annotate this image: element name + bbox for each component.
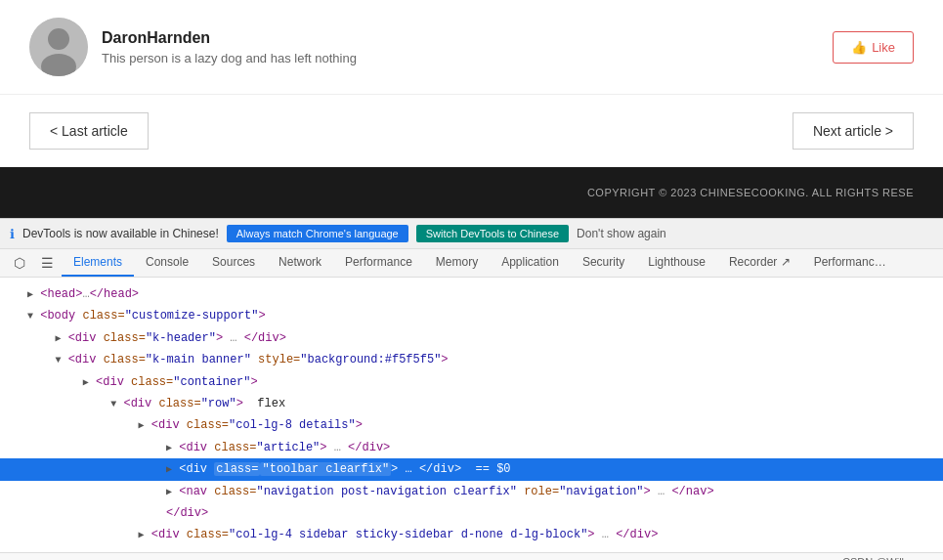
triangle-icon[interactable]: ▶ [166, 443, 172, 453]
dom-line: ▶ <div class="col-lg-4 sidebar sticky-si… [0, 524, 943, 545]
tab-performance2[interactable]: Performanc… [802, 249, 898, 277]
cursor-icon[interactable]: ⬡ [6, 251, 33, 275]
copyright-text: COPYRIGHT © 2023 CHINESECOOKING. ALL RIG… [587, 187, 914, 198]
tab-recorder[interactable]: Recorder ↗ [717, 249, 802, 277]
avatar [29, 18, 88, 76]
footer-watermark: CSDN @Wilburzzz [842, 556, 933, 560]
author-info: DaronHarnden This person is a lazy dog a… [102, 29, 833, 65]
dom-line: ▶ <head>…</head> [0, 283, 943, 305]
tab-performance[interactable]: Performance [333, 249, 424, 277]
dom-line: ▶ <div class="container"> [0, 371, 943, 393]
tab-lighthouse[interactable]: Lighthouse [636, 249, 717, 277]
always-match-language-button[interactable]: Always match Chrome's language [227, 225, 408, 242]
triangle-icon[interactable]: ▼ [27, 311, 33, 322]
thumbs-up-icon: 👍 [851, 40, 867, 55]
tab-network[interactable]: Network [267, 249, 333, 277]
dom-line: ▼ <div class="row"> flex [0, 393, 943, 414]
page-content: DaronHarnden This person is a lazy dog a… [0, 0, 943, 218]
triangle-icon[interactable]: ▶ [27, 289, 33, 300]
device-icon[interactable]: ☰ [33, 251, 62, 275]
dom-line: ▼ <div class="k-main banner" style="back… [0, 349, 943, 370]
triangle-icon[interactable]: ▶ [166, 464, 172, 475]
devtools-banner: ℹ DevTools is now available in Chinese! … [0, 219, 943, 249]
devtools-panel: ℹ DevTools is now available in Chinese! … [0, 218, 943, 560]
dom-line: ▶ <div class="col-lg-8 details"> [0, 414, 943, 436]
tab-security[interactable]: Security [571, 249, 636, 277]
dom-line: ▶ <nav class="navigation post-navigation… [0, 481, 943, 502]
triangle-icon[interactable]: ▶ [139, 420, 145, 431]
site-footer: COPYRIGHT © 2023 CHINESECOOKING. ALL RIG… [0, 167, 943, 218]
triangle-icon[interactable]: ▶ [83, 377, 89, 388]
switch-to-chinese-button[interactable]: Switch DevTools to Chinese [416, 225, 569, 242]
dont-show-again[interactable]: Don't show again [577, 227, 666, 240]
like-label: Like [872, 40, 895, 55]
dom-line: ▼ <body class="customize-support"> [0, 305, 943, 326]
banner-info-text: DevTools is now available in Chinese! [22, 227, 219, 240]
triangle-icon[interactable]: ▼ [110, 399, 116, 409]
author-section: DaronHarnden This person is a lazy dog a… [0, 0, 943, 95]
dom-line-highlighted[interactable]: ▶ <div class="toolbar clearfix"> … </div… [0, 458, 943, 480]
svg-point-1 [48, 28, 69, 50]
author-name: DaronHarnden [102, 29, 833, 47]
tab-memory[interactable]: Memory [424, 249, 490, 277]
nav-buttons: < Last article Next article > [0, 95, 943, 167]
devtools-dom: ▶ <head>…</head> ▼ <body class="customiz… [0, 278, 943, 552]
devtools-tabs: ⬡ ☰ Elements Console Sources Network Per… [0, 249, 943, 278]
triangle-icon[interactable]: ▶ [55, 333, 61, 344]
tab-elements[interactable]: Elements [62, 249, 134, 277]
triangle-icon[interactable]: ▶ [166, 487, 172, 497]
tab-application[interactable]: Application [490, 249, 571, 277]
next-article-button[interactable]: Next article > [793, 112, 914, 150]
dom-line: ▶ <div class="article"> … </div> [0, 437, 943, 458]
like-button[interactable]: 👍 Like [833, 31, 914, 64]
last-article-button[interactable]: < Last article [29, 112, 149, 150]
triangle-icon[interactable]: ▼ [55, 355, 61, 366]
tab-console[interactable]: Console [134, 249, 200, 277]
triangle-icon[interactable]: ▶ [139, 530, 145, 540]
info-icon: ℹ [10, 227, 15, 241]
dom-line: </div> [0, 502, 943, 524]
devtools-footer: CSDN @Wilburzzz [0, 552, 943, 560]
author-bio: This person is a lazy dog and has left n… [102, 51, 833, 65]
tab-sources[interactable]: Sources [200, 249, 267, 277]
dom-line: ▶ <div class="k-header"> … </div> [0, 327, 943, 349]
